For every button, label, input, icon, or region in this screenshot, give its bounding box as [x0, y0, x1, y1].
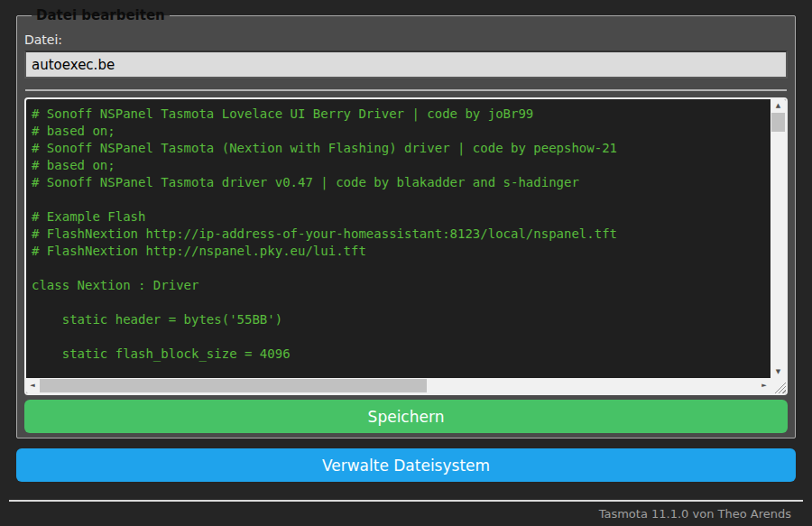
scrollbar-corner [770, 378, 786, 393]
filename-label: Datei: [24, 32, 788, 47]
manage-filesystem-button[interactable]: Verwalte Dateisystem [16, 448, 796, 482]
version-text: Tasmota 11.1.0 von Theo Arends [16, 502, 796, 521]
scroll-right-icon[interactable]: ► [758, 379, 770, 392]
panel-title: Datei bearbeiten [32, 7, 170, 23]
scroll-left-icon[interactable]: ◄ [26, 379, 39, 392]
horizontal-scrollbar-thumb[interactable] [40, 379, 427, 392]
filename-input[interactable] [24, 51, 788, 78]
edit-file-panel: Datei bearbeiten Datei: # Sonoff NSPanel… [16, 7, 796, 438]
vertical-scrollbar-thumb[interactable] [771, 113, 785, 132]
page: Datei bearbeiten Datei: # Sonoff NSPanel… [0, 0, 812, 526]
code-content[interactable]: # Sonoff NSPanel Tasmota Lovelace UI Ber… [26, 99, 786, 363]
scroll-down-icon[interactable]: ▼ [770, 365, 786, 378]
footer: Tasmota 11.1.0 von Theo Arends [16, 500, 796, 521]
form-divider [25, 89, 787, 91]
horizontal-scrollbar[interactable]: ◄ ► [26, 378, 770, 393]
save-button[interactable]: Speichern [24, 400, 788, 433]
code-editor[interactable]: # Sonoff NSPanel Tasmota Lovelace UI Ber… [24, 97, 788, 395]
resize-grip-icon[interactable] [770, 378, 786, 393]
scroll-up-icon[interactable]: ▲ [770, 99, 786, 112]
manage-filesystem-wrap: Verwalte Dateisystem [16, 448, 796, 482]
vertical-scrollbar[interactable]: ▲ ▼ [770, 99, 786, 378]
